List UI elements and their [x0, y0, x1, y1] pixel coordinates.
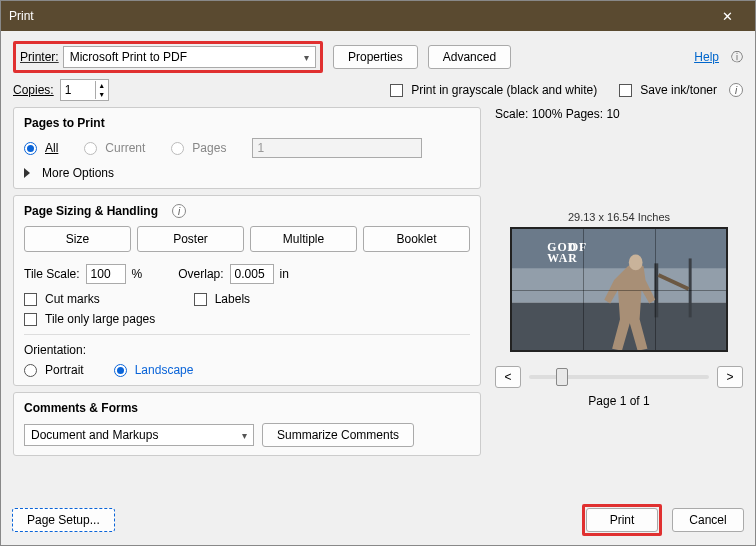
labels-checkbox[interactable] [194, 293, 207, 306]
comments-panel: Comments & Forms Document and Markups ▾ … [13, 392, 481, 456]
cut-marks-checkbox[interactable] [24, 293, 37, 306]
window-title: Print [9, 9, 707, 23]
pages-range-input[interactable] [252, 138, 422, 158]
overlap-input[interactable] [230, 264, 274, 284]
save-ink-label: Save ink/toner [640, 83, 717, 97]
advanced-button[interactable]: Advanced [428, 45, 511, 69]
save-ink-checkbox[interactable] [619, 84, 632, 97]
sizing-title: Page Sizing & Handling [24, 204, 158, 218]
booklet-button[interactable]: Booklet [363, 226, 470, 252]
poster-button[interactable]: Poster [137, 226, 244, 252]
overlap-label: Overlap: [178, 267, 223, 281]
radio-current[interactable]: Current [84, 141, 145, 155]
comments-title: Comments & Forms [24, 401, 470, 415]
expand-triangle-icon[interactable] [24, 168, 30, 178]
save-ink-checkbox-row[interactable]: Save ink/toner [619, 83, 717, 97]
radio-landscape-input[interactable] [114, 364, 127, 377]
radio-landscape-label: Landscape [135, 363, 194, 377]
svg-point-5 [629, 255, 643, 271]
print-preview: GOD OF WAR [510, 227, 728, 352]
printer-selected: Microsoft Print to PDF [70, 50, 187, 64]
properties-button[interactable]: Properties [333, 45, 418, 69]
pages-to-print-panel: Pages to Print All Current Pages [13, 107, 481, 189]
sizing-panel: Page Sizing & Handling i Size Poster Mul… [13, 195, 481, 386]
radio-all[interactable]: All [24, 141, 58, 155]
comments-selected: Document and Markups [31, 428, 158, 442]
summarize-comments-button[interactable]: Summarize Comments [262, 423, 414, 447]
page-slider[interactable] [529, 375, 709, 379]
size-button[interactable]: Size [24, 226, 131, 252]
chevron-down-icon: ▾ [242, 430, 247, 441]
tile-large-checkbox[interactable] [24, 313, 37, 326]
info-icon[interactable]: i [172, 204, 186, 218]
more-options-link[interactable]: More Options [42, 166, 114, 180]
next-page-button[interactable]: > [717, 366, 743, 388]
tile-large-label: Tile only large pages [45, 312, 155, 326]
page-indicator: Page 1 of 1 [495, 394, 743, 408]
radio-all-input[interactable] [24, 142, 37, 155]
tile-scale-unit: % [132, 267, 143, 281]
cancel-button[interactable]: Cancel [672, 508, 744, 532]
svg-text:WAR: WAR [547, 252, 577, 265]
close-icon[interactable]: ✕ [707, 9, 747, 24]
radio-current-label: Current [105, 141, 145, 155]
copies-label: Copies: [13, 83, 54, 97]
radio-portrait-input[interactable] [24, 364, 37, 377]
comments-select[interactable]: Document and Markups ▾ [24, 424, 254, 446]
grayscale-checkbox[interactable] [390, 84, 403, 97]
orientation-title: Orientation: [24, 343, 470, 357]
tile-large-row[interactable]: Tile only large pages [24, 312, 470, 326]
preview-image: GOD OF WAR [512, 229, 726, 352]
overlap-unit: in [280, 267, 289, 281]
labels-label: Labels [215, 292, 250, 306]
printer-select[interactable]: Microsoft Print to PDF ▾ [63, 46, 316, 68]
pages-to-print-title: Pages to Print [24, 116, 470, 130]
copies-input[interactable] [61, 81, 95, 99]
help-link[interactable]: Help [694, 50, 719, 64]
radio-all-label: All [45, 141, 58, 155]
info-icon[interactable]: i [729, 83, 743, 97]
grayscale-checkbox-row[interactable]: Print in grayscale (black and white) [390, 83, 597, 97]
preview-dimensions: 29.13 x 16.54 Inches [495, 211, 743, 223]
page-setup-button[interactable]: Page Setup... [12, 508, 115, 532]
print-button[interactable]: Print [586, 508, 658, 532]
printer-row-highlight: Printer: Microsoft Print to PDF ▾ [13, 41, 323, 73]
help-icon[interactable]: ⓘ [731, 49, 743, 66]
svg-rect-3 [654, 263, 658, 317]
slider-thumb[interactable] [556, 368, 568, 386]
radio-pages-label: Pages [192, 141, 226, 155]
cut-marks-row[interactable]: Cut marks [24, 292, 100, 306]
cut-marks-label: Cut marks [45, 292, 100, 306]
copies-spinner[interactable]: ▲▼ [60, 79, 109, 101]
radio-portrait[interactable]: Portrait [24, 363, 84, 377]
radio-current-input[interactable] [84, 142, 97, 155]
grayscale-label: Print in grayscale (black and white) [411, 83, 597, 97]
multiple-button[interactable]: Multiple [250, 226, 357, 252]
tile-scale-input[interactable] [86, 264, 126, 284]
printer-label: Printer: [20, 50, 59, 64]
labels-row[interactable]: Labels [194, 292, 250, 306]
spinner-up-icon[interactable]: ▲ [96, 81, 108, 90]
prev-page-button[interactable]: < [495, 366, 521, 388]
scale-pages-text: Scale: 100% Pages: 10 [495, 107, 743, 121]
spinner-down-icon[interactable]: ▼ [96, 90, 108, 99]
print-button-highlight: Print [582, 504, 662, 536]
radio-landscape[interactable]: Landscape [114, 363, 194, 377]
radio-pages[interactable]: Pages [171, 141, 226, 155]
chevron-down-icon: ▾ [304, 52, 309, 63]
radio-pages-input[interactable] [171, 142, 184, 155]
radio-portrait-label: Portrait [45, 363, 84, 377]
tile-scale-label: Tile Scale: [24, 267, 80, 281]
titlebar: Print ✕ [1, 1, 755, 31]
